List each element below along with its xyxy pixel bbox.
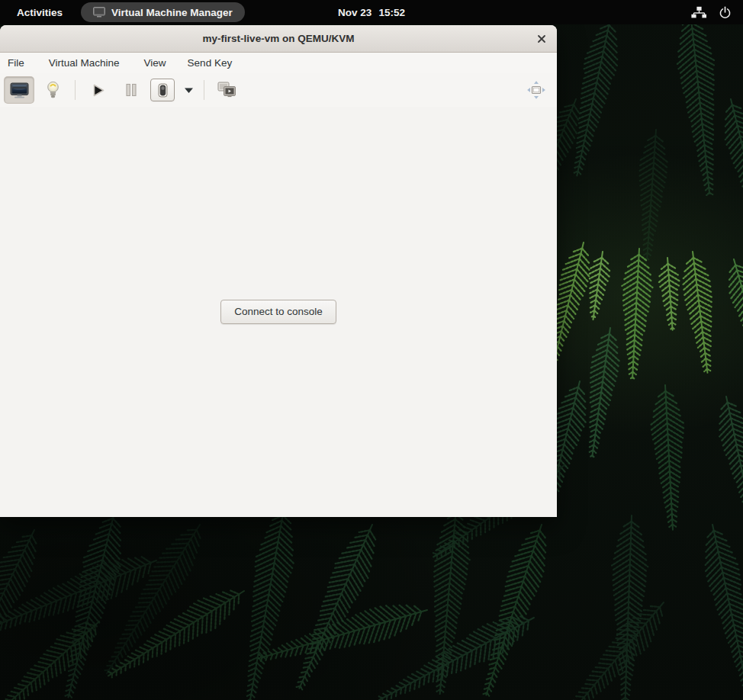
monitor-icon bbox=[10, 82, 29, 98]
resize-to-vm-button[interactable] bbox=[524, 78, 548, 102]
clock-date: Nov 23 bbox=[338, 7, 372, 18]
window-arrows-icon bbox=[526, 79, 547, 101]
gnome-top-bar: Activities Virtual Machine Manager Nov 2… bbox=[0, 0, 743, 24]
power-switch-icon bbox=[158, 83, 168, 98]
vm-console-window: my-first-live-vm on QEMU/KVM File Virtua… bbox=[0, 25, 557, 517]
menu-file[interactable]: File bbox=[0, 54, 32, 72]
run-button bbox=[83, 77, 112, 103]
toolbar-separator bbox=[204, 80, 204, 100]
menu-view[interactable]: View bbox=[137, 54, 174, 72]
play-icon bbox=[89, 82, 107, 99]
activities-button[interactable]: Activities bbox=[14, 5, 66, 21]
console-area: Connect to console bbox=[0, 107, 557, 517]
focused-app-label: Virtual Machine Manager bbox=[111, 7, 233, 18]
pause-button bbox=[117, 77, 146, 103]
pause-icon bbox=[124, 82, 139, 98]
close-button[interactable] bbox=[532, 29, 552, 49]
vm-monitor-icon bbox=[93, 7, 105, 18]
wired-network-icon[interactable] bbox=[691, 6, 706, 18]
toolbar bbox=[0, 73, 557, 107]
dual-monitor-icon bbox=[217, 82, 236, 99]
connect-to-console-button[interactable]: Connect to console bbox=[220, 300, 336, 324]
power-icon[interactable] bbox=[719, 6, 732, 19]
close-icon bbox=[536, 34, 547, 44]
toolbar-separator bbox=[75, 80, 76, 100]
lightbulb-icon bbox=[47, 81, 60, 100]
clock[interactable]: Nov 23 15:52 bbox=[338, 7, 405, 18]
focused-app-button[interactable]: Virtual Machine Manager bbox=[81, 2, 245, 22]
menu-bar: File Virtual Machine View Send Key bbox=[0, 53, 557, 73]
shutdown-menu-button[interactable] bbox=[178, 79, 199, 101]
window-title: my-first-live-vm on QEMU/KVM bbox=[203, 33, 355, 44]
shutdown-button[interactable] bbox=[150, 79, 175, 101]
menu-virtual-machine[interactable]: Virtual Machine bbox=[41, 54, 127, 72]
console-view-button[interactable] bbox=[5, 77, 34, 103]
system-status-area[interactable] bbox=[691, 6, 732, 19]
window-titlebar[interactable]: my-first-live-vm on QEMU/KVM bbox=[0, 25, 557, 53]
fullscreen-button[interactable] bbox=[212, 77, 241, 103]
hardware-details-button[interactable] bbox=[38, 77, 67, 103]
clock-time: 15:52 bbox=[378, 7, 405, 18]
menu-send-key[interactable]: Send Key bbox=[180, 54, 240, 72]
chevron-down-icon bbox=[184, 87, 194, 94]
